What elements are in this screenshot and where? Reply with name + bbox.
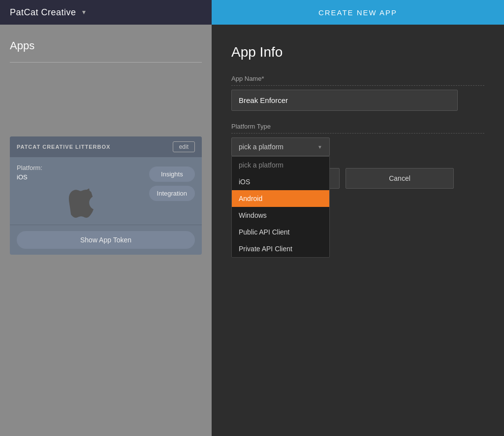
platform-type-group: Platform Type pick a platform ▼ pick a p… (231, 123, 484, 156)
right-panel: App Info App Name* Platform Type pick a … (212, 25, 504, 436)
insights-button[interactable]: Insights (149, 167, 195, 182)
panel-title: CREATE NEW APP (318, 8, 397, 17)
app-name-label: App Name* (231, 75, 484, 86)
dropdown-item-private-api[interactable]: Private API Client (232, 240, 329, 257)
nav-right: CREATE NEW APP (212, 0, 504, 25)
app-card-header: PATCAT CREATIVE LITTERBOX edit (10, 136, 202, 157)
platform-dropdown-wrapper: pick a platform ▼ pick a platform iOS An… (231, 137, 330, 156)
platform-type-label: Platform Type (231, 123, 484, 134)
platform-dropdown-list: pick a platform iOS Android Windows Publ… (231, 156, 330, 258)
platform-value: iOS (17, 173, 144, 181)
edit-button[interactable]: edit (173, 141, 195, 152)
app-name-input[interactable] (231, 90, 458, 111)
brand-name: PatCat Creative (10, 7, 76, 18)
app-card: PATCAT CREATIVE LITTERBOX edit Platform:… (10, 136, 202, 255)
dropdown-item-android[interactable]: Android (232, 190, 329, 207)
app-card-name: PATCAT CREATIVE LITTERBOX (17, 144, 110, 150)
action-buttons: Insights Integration (149, 164, 195, 218)
dropdown-item-placeholder[interactable]: pick a platform (232, 157, 329, 173)
app-name-group: App Name* (231, 75, 484, 111)
app-info-title: App Info (231, 44, 484, 60)
integration-button[interactable]: Integration (149, 186, 195, 201)
app-card-footer: Show App Token (10, 225, 202, 255)
nav-left: PatCat Creative ▼ (0, 0, 212, 25)
platform-label: Platform: (17, 164, 144, 171)
sidebar: Apps PATCAT CREATIVE LITTERBOX edit Plat… (0, 25, 212, 436)
top-nav: PatCat Creative ▼ CREATE NEW APP (0, 0, 504, 25)
app-card-body: Platform: iOS Insights Integration (10, 157, 202, 225)
dropdown-item-public-api[interactable]: Public API Client (232, 224, 329, 240)
sidebar-section-title: Apps (10, 39, 202, 52)
sidebar-divider (10, 62, 202, 63)
cancel-button[interactable]: Cancel (346, 168, 454, 189)
dropdown-item-ios[interactable]: iOS (232, 173, 329, 190)
main-layout: Apps PATCAT CREATIVE LITTERBOX edit Plat… (0, 25, 504, 436)
platform-selected-label: pick a platform (239, 143, 284, 151)
select-arrow-icon: ▼ (317, 144, 322, 150)
platform-select-display[interactable]: pick a platform ▼ (231, 137, 330, 156)
apple-icon (17, 186, 144, 218)
chevron-icon[interactable]: ▼ (81, 9, 87, 16)
dropdown-item-windows[interactable]: Windows (232, 207, 329, 224)
platform-info: Platform: iOS (17, 164, 144, 218)
show-token-button[interactable]: Show App Token (17, 231, 195, 249)
